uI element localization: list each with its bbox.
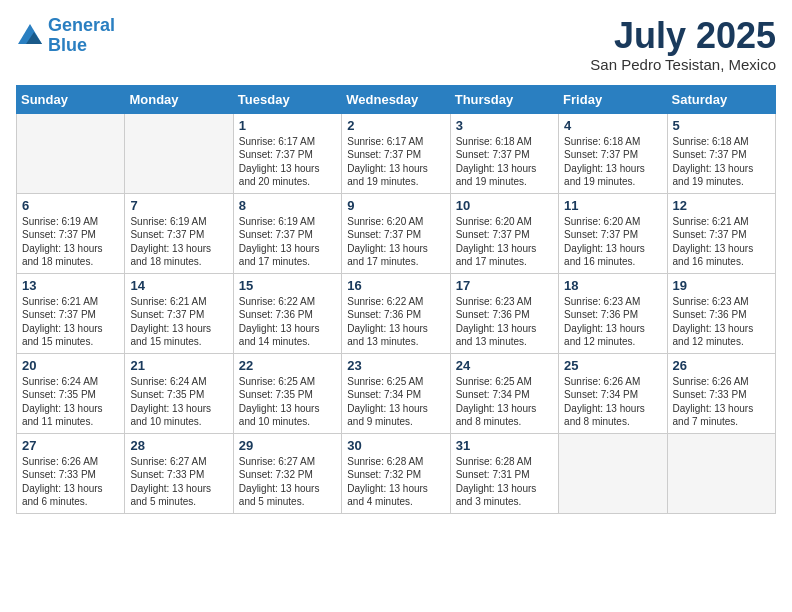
- calendar-cell: [667, 433, 775, 513]
- day-info: Sunrise: 6:19 AM Sunset: 7:37 PM Dayligh…: [22, 215, 119, 269]
- weekday-header-row: SundayMondayTuesdayWednesdayThursdayFrid…: [17, 85, 776, 113]
- day-number: 19: [673, 278, 770, 293]
- day-number: 23: [347, 358, 444, 373]
- day-info: Sunrise: 6:22 AM Sunset: 7:36 PM Dayligh…: [347, 295, 444, 349]
- day-info: Sunrise: 6:27 AM Sunset: 7:33 PM Dayligh…: [130, 455, 227, 509]
- day-number: 28: [130, 438, 227, 453]
- day-number: 20: [22, 358, 119, 373]
- week-row-1: 1Sunrise: 6:17 AM Sunset: 7:37 PM Daylig…: [17, 113, 776, 193]
- day-number: 15: [239, 278, 336, 293]
- day-number: 5: [673, 118, 770, 133]
- day-number: 7: [130, 198, 227, 213]
- page-header: General Blue July 2025 San Pedro Tesista…: [16, 16, 776, 73]
- weekday-header-tuesday: Tuesday: [233, 85, 341, 113]
- day-info: Sunrise: 6:20 AM Sunset: 7:37 PM Dayligh…: [347, 215, 444, 269]
- calendar-cell: 29Sunrise: 6:27 AM Sunset: 7:32 PM Dayli…: [233, 433, 341, 513]
- calendar-cell: [559, 433, 667, 513]
- weekday-header-wednesday: Wednesday: [342, 85, 450, 113]
- day-info: Sunrise: 6:25 AM Sunset: 7:34 PM Dayligh…: [347, 375, 444, 429]
- day-number: 30: [347, 438, 444, 453]
- day-number: 18: [564, 278, 661, 293]
- calendar-cell: 25Sunrise: 6:26 AM Sunset: 7:34 PM Dayli…: [559, 353, 667, 433]
- day-number: 17: [456, 278, 553, 293]
- calendar-cell: 9Sunrise: 6:20 AM Sunset: 7:37 PM Daylig…: [342, 193, 450, 273]
- day-number: 12: [673, 198, 770, 213]
- week-row-5: 27Sunrise: 6:26 AM Sunset: 7:33 PM Dayli…: [17, 433, 776, 513]
- weekday-header-monday: Monday: [125, 85, 233, 113]
- day-number: 24: [456, 358, 553, 373]
- day-number: 3: [456, 118, 553, 133]
- weekday-header-sunday: Sunday: [17, 85, 125, 113]
- day-number: 9: [347, 198, 444, 213]
- day-info: Sunrise: 6:26 AM Sunset: 7:33 PM Dayligh…: [673, 375, 770, 429]
- week-row-2: 6Sunrise: 6:19 AM Sunset: 7:37 PM Daylig…: [17, 193, 776, 273]
- calendar-cell: 16Sunrise: 6:22 AM Sunset: 7:36 PM Dayli…: [342, 273, 450, 353]
- calendar-cell: 14Sunrise: 6:21 AM Sunset: 7:37 PM Dayli…: [125, 273, 233, 353]
- day-number: 11: [564, 198, 661, 213]
- location: San Pedro Tesistan, Mexico: [590, 56, 776, 73]
- day-info: Sunrise: 6:20 AM Sunset: 7:37 PM Dayligh…: [456, 215, 553, 269]
- logo-text: General Blue: [48, 16, 115, 56]
- day-info: Sunrise: 6:21 AM Sunset: 7:37 PM Dayligh…: [130, 295, 227, 349]
- day-info: Sunrise: 6:28 AM Sunset: 7:31 PM Dayligh…: [456, 455, 553, 509]
- calendar-cell: 24Sunrise: 6:25 AM Sunset: 7:34 PM Dayli…: [450, 353, 558, 433]
- day-number: 1: [239, 118, 336, 133]
- month-title: July 2025: [590, 16, 776, 56]
- day-info: Sunrise: 6:19 AM Sunset: 7:37 PM Dayligh…: [130, 215, 227, 269]
- day-info: Sunrise: 6:17 AM Sunset: 7:37 PM Dayligh…: [347, 135, 444, 189]
- calendar-cell: 6Sunrise: 6:19 AM Sunset: 7:37 PM Daylig…: [17, 193, 125, 273]
- calendar-cell: 8Sunrise: 6:19 AM Sunset: 7:37 PM Daylig…: [233, 193, 341, 273]
- calendar-cell: 4Sunrise: 6:18 AM Sunset: 7:37 PM Daylig…: [559, 113, 667, 193]
- calendar-cell: 1Sunrise: 6:17 AM Sunset: 7:37 PM Daylig…: [233, 113, 341, 193]
- calendar-cell: 10Sunrise: 6:20 AM Sunset: 7:37 PM Dayli…: [450, 193, 558, 273]
- day-number: 26: [673, 358, 770, 373]
- calendar-cell: 17Sunrise: 6:23 AM Sunset: 7:36 PM Dayli…: [450, 273, 558, 353]
- day-info: Sunrise: 6:23 AM Sunset: 7:36 PM Dayligh…: [456, 295, 553, 349]
- day-info: Sunrise: 6:17 AM Sunset: 7:37 PM Dayligh…: [239, 135, 336, 189]
- day-number: 29: [239, 438, 336, 453]
- calendar-cell: 27Sunrise: 6:26 AM Sunset: 7:33 PM Dayli…: [17, 433, 125, 513]
- day-info: Sunrise: 6:23 AM Sunset: 7:36 PM Dayligh…: [673, 295, 770, 349]
- calendar-cell: 15Sunrise: 6:22 AM Sunset: 7:36 PM Dayli…: [233, 273, 341, 353]
- day-number: 22: [239, 358, 336, 373]
- logo: General Blue: [16, 16, 115, 56]
- day-number: 27: [22, 438, 119, 453]
- day-number: 4: [564, 118, 661, 133]
- weekday-header-saturday: Saturday: [667, 85, 775, 113]
- day-info: Sunrise: 6:18 AM Sunset: 7:37 PM Dayligh…: [564, 135, 661, 189]
- day-info: Sunrise: 6:22 AM Sunset: 7:36 PM Dayligh…: [239, 295, 336, 349]
- day-info: Sunrise: 6:24 AM Sunset: 7:35 PM Dayligh…: [22, 375, 119, 429]
- calendar-cell: 3Sunrise: 6:18 AM Sunset: 7:37 PM Daylig…: [450, 113, 558, 193]
- weekday-header-thursday: Thursday: [450, 85, 558, 113]
- day-info: Sunrise: 6:23 AM Sunset: 7:36 PM Dayligh…: [564, 295, 661, 349]
- day-info: Sunrise: 6:26 AM Sunset: 7:34 PM Dayligh…: [564, 375, 661, 429]
- day-number: 25: [564, 358, 661, 373]
- day-info: Sunrise: 6:24 AM Sunset: 7:35 PM Dayligh…: [130, 375, 227, 429]
- calendar-cell: 20Sunrise: 6:24 AM Sunset: 7:35 PM Dayli…: [17, 353, 125, 433]
- weekday-header-friday: Friday: [559, 85, 667, 113]
- week-row-4: 20Sunrise: 6:24 AM Sunset: 7:35 PM Dayli…: [17, 353, 776, 433]
- calendar-cell: 23Sunrise: 6:25 AM Sunset: 7:34 PM Dayli…: [342, 353, 450, 433]
- calendar-cell: 19Sunrise: 6:23 AM Sunset: 7:36 PM Dayli…: [667, 273, 775, 353]
- day-info: Sunrise: 6:21 AM Sunset: 7:37 PM Dayligh…: [673, 215, 770, 269]
- calendar-cell: 28Sunrise: 6:27 AM Sunset: 7:33 PM Dayli…: [125, 433, 233, 513]
- day-number: 6: [22, 198, 119, 213]
- day-info: Sunrise: 6:21 AM Sunset: 7:37 PM Dayligh…: [22, 295, 119, 349]
- calendar-cell: 12Sunrise: 6:21 AM Sunset: 7:37 PM Dayli…: [667, 193, 775, 273]
- day-info: Sunrise: 6:26 AM Sunset: 7:33 PM Dayligh…: [22, 455, 119, 509]
- calendar-table: SundayMondayTuesdayWednesdayThursdayFrid…: [16, 85, 776, 514]
- day-number: 2: [347, 118, 444, 133]
- calendar-cell: [17, 113, 125, 193]
- day-info: Sunrise: 6:19 AM Sunset: 7:37 PM Dayligh…: [239, 215, 336, 269]
- day-number: 21: [130, 358, 227, 373]
- day-info: Sunrise: 6:25 AM Sunset: 7:34 PM Dayligh…: [456, 375, 553, 429]
- day-info: Sunrise: 6:18 AM Sunset: 7:37 PM Dayligh…: [456, 135, 553, 189]
- week-row-3: 13Sunrise: 6:21 AM Sunset: 7:37 PM Dayli…: [17, 273, 776, 353]
- calendar-cell: 11Sunrise: 6:20 AM Sunset: 7:37 PM Dayli…: [559, 193, 667, 273]
- calendar-cell: 7Sunrise: 6:19 AM Sunset: 7:37 PM Daylig…: [125, 193, 233, 273]
- day-info: Sunrise: 6:27 AM Sunset: 7:32 PM Dayligh…: [239, 455, 336, 509]
- calendar-cell: 5Sunrise: 6:18 AM Sunset: 7:37 PM Daylig…: [667, 113, 775, 193]
- logo-icon: [16, 22, 44, 50]
- calendar-cell: 22Sunrise: 6:25 AM Sunset: 7:35 PM Dayli…: [233, 353, 341, 433]
- day-info: Sunrise: 6:18 AM Sunset: 7:37 PM Dayligh…: [673, 135, 770, 189]
